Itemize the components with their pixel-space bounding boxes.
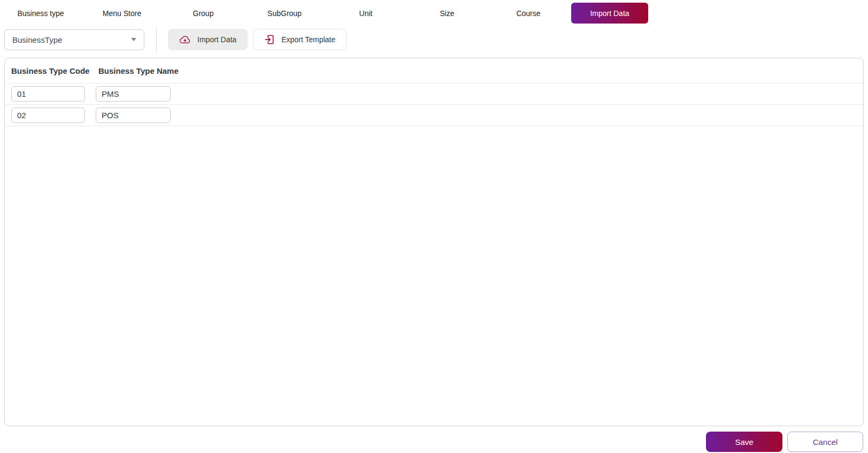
tab-subgroup[interactable]: SubGroup	[244, 3, 325, 24]
import-data-button-label: Import Data	[197, 35, 236, 44]
tab-import-data[interactable]: Import Data	[571, 3, 648, 24]
toolbar-divider	[156, 27, 157, 52]
cloud-download-icon	[179, 35, 191, 44]
tab-unit[interactable]: Unit	[325, 3, 406, 24]
column-header-business-type-code: Business Type Code	[11, 66, 98, 75]
business-type-name-input-row1[interactable]	[96, 86, 171, 102]
table-row	[5, 83, 863, 105]
business-type-code-input-row1[interactable]	[11, 86, 85, 102]
export-document-icon	[264, 34, 275, 45]
business-type-select-value: BusinessType	[12, 35, 62, 44]
footer-action-bar: Save Cancel	[0, 432, 863, 452]
export-template-button[interactable]: Export Template	[253, 29, 347, 50]
top-tab-bar: Business type Menu Store Group SubGroup …	[0, 0, 868, 24]
business-type-select[interactable]: BusinessType	[4, 29, 144, 50]
tab-business-type[interactable]: Business type	[0, 3, 81, 24]
business-type-table-panel: Business Type Code Business Type Name	[4, 58, 864, 426]
table-row	[5, 105, 863, 126]
export-template-button-label: Export Template	[281, 35, 335, 44]
import-data-button[interactable]: Import Data	[168, 29, 248, 50]
tab-menu-store[interactable]: Menu Store	[81, 3, 163, 24]
tab-group[interactable]: Group	[163, 3, 244, 24]
business-type-code-input-row2[interactable]	[11, 108, 85, 123]
chevron-down-icon	[131, 38, 136, 41]
business-type-name-input-row2[interactable]	[96, 108, 171, 123]
tab-course[interactable]: Course	[488, 3, 569, 24]
cancel-button[interactable]: Cancel	[787, 432, 863, 452]
save-button[interactable]: Save	[706, 432, 782, 452]
column-header-business-type-name: Business Type Name	[98, 66, 179, 75]
table-header-row: Business Type Code Business Type Name	[5, 58, 863, 83]
tab-size[interactable]: Size	[406, 3, 488, 24]
toolbar: BusinessType Import Data Export Template	[4, 28, 868, 51]
